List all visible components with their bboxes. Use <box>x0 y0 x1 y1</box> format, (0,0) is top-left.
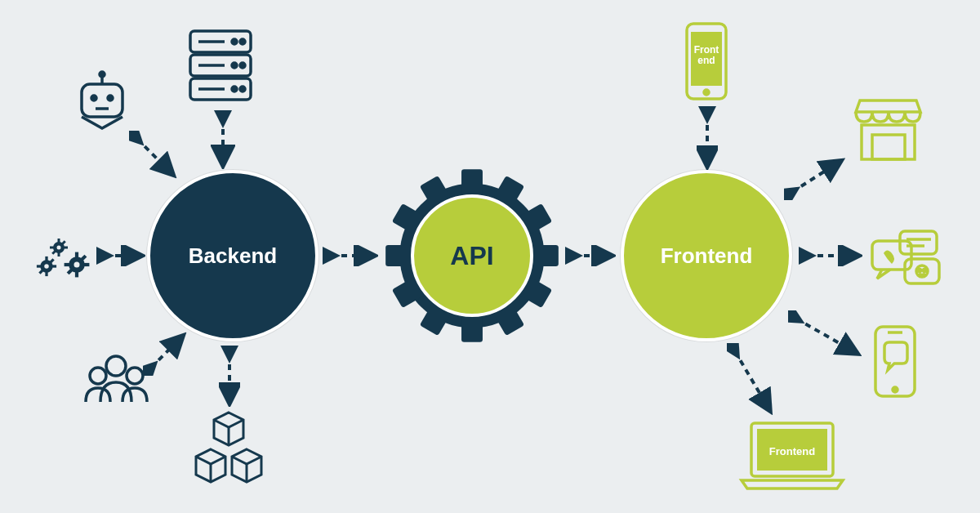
svg-line-74 <box>792 163 837 192</box>
svg-point-44 <box>74 262 80 268</box>
laptop-screen-label: Frontend <box>761 445 823 457</box>
svg-rect-53 <box>45 256 47 261</box>
svg-rect-54 <box>45 272 47 277</box>
packages-icon <box>188 408 270 486</box>
api-inner: API <box>411 194 533 317</box>
svg-point-62 <box>106 356 126 376</box>
svg-point-26 <box>240 87 245 91</box>
svg-line-87 <box>796 319 853 351</box>
svg-point-32 <box>108 96 113 100</box>
svg-rect-40 <box>64 247 68 249</box>
svg-point-81 <box>919 270 921 272</box>
svg-point-86 <box>893 387 898 392</box>
bidirectional-arrow-icon <box>323 245 378 266</box>
svg-point-29 <box>100 72 105 77</box>
svg-point-22 <box>232 63 237 68</box>
bidirectional-arrow-icon <box>697 106 718 170</box>
svg-point-61 <box>127 368 143 384</box>
bidirectional-arrow-icon <box>565 245 616 266</box>
bidirectional-arrow-icon <box>799 245 862 266</box>
frontend-node: Frontend <box>621 170 792 341</box>
gears-icon <box>33 225 98 286</box>
phone-icon: Front end <box>682 20 731 102</box>
robot-icon <box>69 69 135 135</box>
bidirectional-arrow-icon <box>143 331 188 376</box>
svg-rect-1 <box>461 169 483 195</box>
svg-point-25 <box>232 87 237 91</box>
bidirectional-arrow-icon <box>211 110 235 169</box>
svg-point-60 <box>90 368 106 384</box>
svg-rect-30 <box>82 84 122 117</box>
svg-line-34 <box>137 139 170 172</box>
svg-rect-56 <box>52 265 57 267</box>
svg-point-20 <box>240 39 245 44</box>
svg-rect-2 <box>461 315 483 341</box>
bidirectional-arrow-icon <box>219 346 240 407</box>
phone-screen-label: Front end <box>693 45 719 66</box>
svg-point-19 <box>232 39 237 44</box>
svg-rect-48 <box>83 263 89 266</box>
frontend-label: Frontend <box>661 243 753 269</box>
bidirectional-arrow-icon <box>96 245 145 266</box>
backend-label: Backend <box>189 243 277 269</box>
svg-rect-76 <box>900 231 937 254</box>
bidirectional-arrow-icon <box>129 131 178 180</box>
svg-point-82 <box>924 270 926 272</box>
backend-node: Backend <box>147 170 318 341</box>
laptop-icon: Frontend <box>735 417 849 494</box>
svg-rect-73 <box>872 135 905 159</box>
bidirectional-arrow-icon <box>727 343 776 415</box>
svg-line-63 <box>151 339 180 368</box>
svg-point-36 <box>57 246 61 250</box>
server-stack-icon <box>184 25 257 106</box>
svg-point-31 <box>91 96 96 100</box>
svg-line-90 <box>735 351 768 407</box>
bidirectional-arrow-icon <box>788 310 862 359</box>
bidirectional-arrow-icon <box>784 155 845 200</box>
svg-rect-38 <box>58 252 60 256</box>
svg-point-52 <box>44 264 49 269</box>
svg-rect-47 <box>65 263 70 266</box>
phone-message-icon <box>870 323 920 400</box>
api-label: API <box>450 241 493 271</box>
svg-rect-55 <box>37 265 42 267</box>
svg-point-23 <box>240 63 245 68</box>
svg-point-70 <box>704 90 709 95</box>
svg-rect-46 <box>75 271 78 277</box>
chat-bubbles-icon <box>866 225 943 290</box>
api-node: API <box>384 167 560 344</box>
svg-rect-72 <box>862 125 915 159</box>
svg-rect-37 <box>58 239 60 243</box>
svg-rect-4 <box>532 245 558 266</box>
svg-rect-3 <box>385 245 412 266</box>
svg-rect-45 <box>75 252 78 258</box>
storefront-icon <box>849 94 927 163</box>
svg-rect-39 <box>50 247 54 249</box>
